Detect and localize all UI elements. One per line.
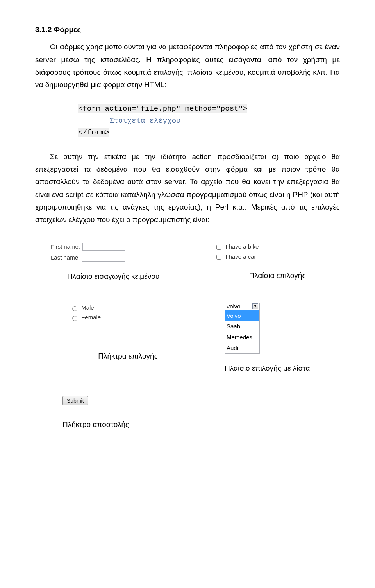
code-open: <form action="file.php" method="post"> [78,104,247,113]
caption-text-inputs: Πλαίσιο εισαγωγής κειμένου [51,270,176,283]
select-selected: Volvo [226,301,241,312]
text-input-example: First name: Last name: [51,242,176,262]
code-block: <form action="file.php" method="post"> Σ… [78,103,340,138]
radio-female-label: Female [70,312,186,323]
radio-male-text: Male [81,304,94,311]
checkbox-car-label: I have a car [215,252,340,262]
examples-grid: First name: Last name: Πλαίσιο εισαγωγής… [35,242,340,431]
last-name-label: Last name: [51,253,80,263]
checkbox-bike[interactable] [216,245,221,250]
code-inner: Στοιχεία ελέγχου [109,115,340,127]
select-option-3[interactable]: Audi [225,342,259,353]
select-option-2[interactable]: Mercedes [225,332,259,343]
radio-female[interactable] [72,316,77,321]
last-name-input[interactable] [82,254,125,262]
checkbox-bike-text: I have a bike [225,243,259,250]
first-name-input[interactable] [82,243,125,251]
code-close: </form> [78,128,109,137]
caption-select: Πλαίσιο επιλογής με λίστα [225,362,340,375]
radio-example: Male Female [70,303,186,323]
checkbox-example: I have a bike I have a car [215,242,340,262]
radio-male[interactable] [72,306,77,311]
select-option-1[interactable]: Saab [225,321,259,332]
select-option-0[interactable]: Volvo [225,310,259,321]
radio-female-text: Female [81,314,101,321]
caption-submit: Πλήκτρο αποστολής [62,418,340,431]
caption-radios: Πλήκτρα επιλογής [70,350,186,362]
paragraph-explain: Σε αυτήν την ετικέτα με την ιδιότητα act… [35,151,340,226]
checkbox-bike-label: I have a bike [215,242,340,252]
chevron-down-icon: ▼ [252,303,258,309]
examples-row-2: Male Female Πλήκτρα επιλογής Volvo ▼ Vol… [35,303,340,375]
examples-row-1: First name: Last name: Πλαίσιο εισαγωγής… [35,242,340,283]
select-example: Volvo ▼ Volvo Saab Mercedes Audi [225,303,260,354]
submit-button[interactable]: Submit [62,396,88,405]
checkbox-car-text: I have a car [225,253,256,260]
caption-checkboxes: Πλαίσια επιλογής [215,269,340,282]
select-box[interactable]: Volvo ▼ [225,303,260,310]
section-heading: 3.1.2 Φόρμες [35,23,340,36]
checkbox-car[interactable] [216,255,221,260]
radio-male-label: Male [70,303,186,313]
paragraph-intro: Οι φόρμες χρησιμοποιούνται για να μεταφέ… [35,41,340,91]
examples-row-3: Submit Πλήκτρο αποστολής [35,394,340,431]
select-dropdown-list: Volvo Saab Mercedes Audi [225,310,260,354]
first-name-label: First name: [51,242,80,252]
